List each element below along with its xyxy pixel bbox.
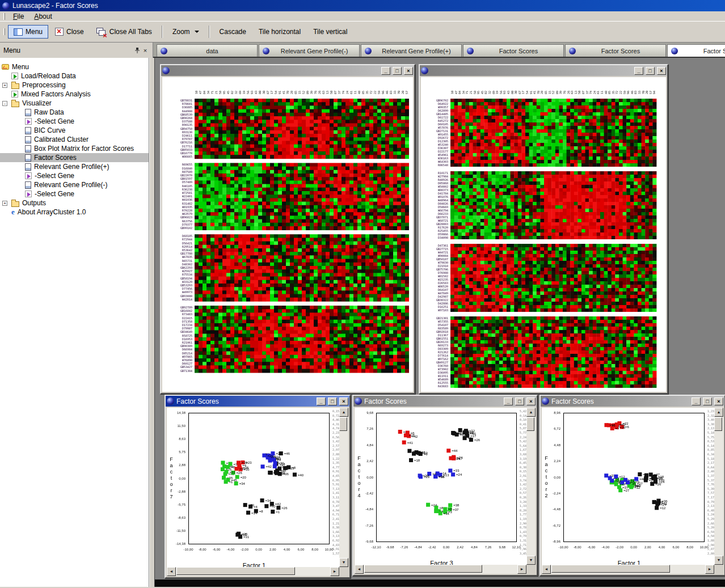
vertical-scrollbar[interactable]: ▲▼ [526, 408, 536, 565]
vertical-scroll-thumb[interactable] [526, 417, 534, 431]
scroll-down-arrow[interactable]: ▼ [526, 556, 536, 565]
vertical-scroll-thumb[interactable] [714, 417, 722, 431]
minimize-button[interactable]: _ [634, 67, 643, 75]
horizontal-scrollbar[interactable]: ◄► [542, 565, 714, 574]
close-button[interactable]: × [714, 397, 723, 405]
heatmap-canvas[interactable] [162, 77, 413, 392]
tab-factor-scores[interactable]: Factor Scores [565, 44, 666, 57]
tab-relevant-gene-profile-[interactable]: Relevant Gene Profile(-) [259, 44, 360, 57]
tree-expander-icon[interactable]: - [2, 101, 7, 106]
close-button[interactable]: Close [49, 25, 90, 39]
minimize-button[interactable]: _ [692, 397, 701, 405]
sidebar-item-mixed-factors-analysis[interactable]: Mixed Factors Analysis [0, 90, 149, 99]
menubar-grip[interactable] [3, 13, 5, 20]
menu-about[interactable]: About [29, 12, 56, 21]
vertical-scrollbar[interactable]: ▲▼ [714, 408, 723, 565]
tab-relevant-gene-profile-[interactable]: Relevant Gene Profile(+) [361, 44, 462, 57]
scatter-plot-canvas[interactable] [167, 408, 342, 560]
vertical-scrollbar[interactable]: ▲▼ [339, 408, 348, 567]
scroll-left-arrow[interactable]: ◄ [167, 567, 176, 576]
maximize-button[interactable]: □ [393, 67, 402, 75]
minimize-button[interactable]: _ [504, 397, 513, 405]
horizontal-scroll-thumb[interactable] [551, 565, 670, 573]
window-title: Lunascape2 - Factor Scores [12, 2, 98, 10]
maximize-button[interactable]: □ [515, 397, 524, 405]
sidebar-item-factor-scores[interactable]: Factor Scores [0, 153, 149, 162]
tree-expander-icon[interactable]: + [2, 83, 7, 88]
menu-file[interactable]: File [9, 12, 28, 21]
tab-label: Relevant Gene Profile(-) [273, 48, 356, 54]
tab-factor-scores[interactable]: Factor Scores [667, 44, 725, 57]
maximize-button[interactable]: □ [646, 67, 655, 75]
tab-label: data [171, 48, 254, 54]
sidebar-item--select-gene[interactable]: -Select Gene [0, 117, 149, 126]
sidebar-item-box-plot-matrix-for-factor-scores[interactable]: Box Plot Matrix for Factor Scores [0, 144, 149, 153]
scatter-plot-canvas[interactable] [355, 408, 529, 558]
heatmap-canvas[interactable] [421, 77, 666, 392]
sidebar-item-raw-data[interactable]: Raw Data [0, 108, 149, 117]
window-title-bar[interactable]: Factor Scores_□× [166, 396, 349, 407]
scroll-right-arrow[interactable]: ► [517, 565, 526, 574]
close-button[interactable]: × [657, 67, 666, 75]
vertical-scroll-thumb[interactable] [339, 417, 347, 431]
horizontal-scrollbar[interactable]: ◄► [355, 565, 526, 574]
scroll-down-arrow[interactable]: ▼ [714, 556, 723, 565]
minimize-button[interactable]: _ [381, 67, 390, 75]
cascade-button[interactable]: Cascade [214, 25, 252, 39]
pin-icon[interactable] [133, 46, 141, 54]
scroll-up-arrow[interactable]: ▲ [339, 408, 348, 417]
sidebar-item--select-gene[interactable]: -Select Gene [0, 189, 149, 198]
tile-horizontal-button[interactable]: Tile horizontal [253, 25, 306, 39]
tile-vertical-button[interactable]: Tile vertical [307, 25, 353, 39]
tree-item-icon [25, 145, 31, 153]
sidebar-item-visualizer[interactable]: -Visualizer [0, 99, 149, 108]
horizontal-scrollbar[interactable]: ◄► [167, 567, 339, 576]
window-title-bar[interactable]: _□× [161, 65, 414, 76]
sidebar-splitter[interactable] [149, 58, 154, 587]
scroll-up-arrow[interactable]: ▲ [526, 408, 536, 417]
scatter-plot-canvas[interactable] [542, 408, 716, 558]
window-title-bar[interactable]: Factor Scores_□× [541, 396, 724, 407]
sidebar-item-outputs[interactable]: +Outputs [0, 198, 149, 208]
sidebar-item-preprocessing[interactable]: +Preprocessing [0, 81, 149, 90]
sidebar-item-menu[interactable]: Menu [0, 62, 149, 71]
sidebar-item-relevant-gene-profile-[interactable]: Relevant Gene Profile(-) [0, 180, 149, 189]
close-button[interactable]: × [526, 397, 536, 405]
menu-toggle-button[interactable]: Menu [8, 25, 48, 39]
sidebar-item-relevant-gene-profile-[interactable]: Relevant Gene Profile(+) [0, 162, 149, 171]
close-label: Close [66, 28, 84, 36]
sidebar-item-calibrated-cluster[interactable]: Calibrated Cluster [0, 135, 149, 144]
tree-item-icon [25, 127, 31, 134]
title-bar[interactable]: Lunascape2 - Factor Scores [0, 0, 725, 11]
zoom-dropdown-button[interactable]: Zoom [167, 25, 205, 39]
sidebar-item--select-gene[interactable]: -Select Gene [0, 171, 149, 180]
tree-expander-icon[interactable]: + [2, 201, 7, 206]
maximize-button[interactable]: □ [703, 397, 712, 405]
close-button[interactable]: × [404, 67, 413, 75]
tab-factor-scores[interactable]: Factor Scores [463, 44, 564, 57]
minimize-button[interactable]: _ [317, 397, 326, 405]
tree-item-icon [25, 172, 32, 179]
sidebar-item-load-reload-data[interactable]: Load/Reload Data [0, 71, 149, 81]
scroll-down-arrow[interactable]: ▼ [339, 558, 348, 567]
close-all-tabs-button[interactable]: Close All Tabs [91, 25, 158, 39]
sidebar-item-about-arraycluster-1-0[interactable]: eAbout ArrayCluster 1.0 [0, 208, 149, 217]
panel-close-icon[interactable]: × [141, 46, 149, 54]
sidebar-item-bic-curve[interactable]: BIC Curve [0, 126, 149, 135]
scroll-left-arrow[interactable]: ◄ [355, 565, 364, 574]
window-title-bar[interactable]: Factor Scores_□× [353, 396, 537, 407]
scroll-right-arrow[interactable]: ► [705, 565, 714, 574]
maximize-button[interactable]: □ [328, 397, 337, 405]
tree-item-icon [11, 201, 19, 207]
scroll-up-arrow[interactable]: ▲ [714, 408, 723, 417]
horizontal-scroll-thumb[interactable] [364, 565, 482, 573]
scroll-right-arrow[interactable]: ► [330, 567, 339, 576]
window-title-bar[interactable]: _□× [420, 65, 667, 76]
close-button[interactable]: × [339, 397, 348, 405]
scroll-left-arrow[interactable]: ◄ [542, 565, 551, 574]
tab-data[interactable]: data [157, 44, 258, 57]
horizontal-scroll-thumb[interactable] [176, 567, 295, 575]
tree-item-label: -Select Gene [35, 117, 74, 125]
toolbar-grip[interactable] [3, 28, 5, 35]
tree-item-label: Outputs [22, 199, 46, 207]
